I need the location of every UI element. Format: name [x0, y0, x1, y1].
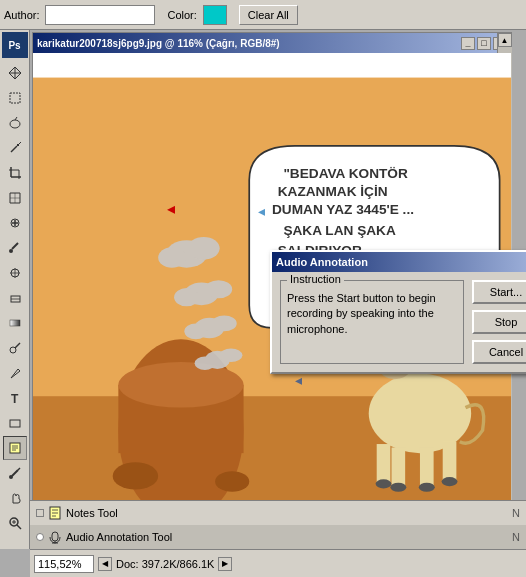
tool-radio-notes[interactable]	[36, 509, 44, 517]
clear-all-button[interactable]: Clear All	[239, 5, 298, 25]
svg-text:KAZANMAK İÇİN: KAZANMAK İÇİN	[278, 184, 388, 199]
author-input[interactable]	[45, 5, 155, 25]
zoom-input[interactable]	[34, 555, 94, 573]
lasso-tool[interactable]	[3, 111, 27, 135]
main-area: Ps	[0, 30, 526, 549]
author-label: Author:	[4, 9, 39, 21]
image-title: karikatur200718sj6pg9.jpg @ 116% (Çağrı,…	[37, 38, 280, 49]
svg-point-57	[220, 348, 243, 362]
image-titlebar: karikatur200718sj6pg9.jpg @ 116% (Çağrı,…	[33, 33, 511, 53]
svg-rect-71	[392, 447, 406, 487]
audio-dialog-titlebar: Audio Annotation ×	[272, 252, 526, 272]
audio-dialog-title: Audio Annotation	[276, 256, 368, 268]
svg-point-59	[369, 373, 471, 453]
svg-rect-74	[377, 444, 391, 484]
svg-text:DUMAN YAZ 3445'E ...: DUMAN YAZ 3445'E ...	[272, 202, 414, 217]
shape-tool[interactable]	[3, 411, 27, 435]
minimize-button[interactable]: _	[461, 37, 475, 50]
photoshop-logo: Ps	[2, 32, 28, 58]
canvas-area: karikatur200718sj6pg9.jpg @ 116% (Çağrı,…	[30, 30, 526, 549]
svg-point-76	[419, 483, 435, 492]
zoom-tool[interactable]	[3, 511, 27, 535]
audio-icon	[48, 530, 62, 544]
notes-tool-label: Notes Tool	[66, 507, 508, 519]
cancel-button[interactable]: Cancel	[472, 340, 526, 364]
notes-tool-item[interactable]: Notes Tool N	[30, 501, 526, 525]
svg-text:T: T	[11, 392, 19, 405]
scroll-up[interactable]: ▲	[498, 33, 512, 47]
svg-point-44	[118, 362, 243, 408]
svg-point-34	[9, 475, 13, 479]
crop-tool[interactable]	[3, 161, 27, 185]
svg-rect-72	[420, 447, 434, 487]
color-label: Color:	[167, 9, 196, 21]
instruction-text: Press the Start button to begin recordin…	[287, 291, 457, 337]
marquee-tool[interactable]	[3, 86, 27, 110]
audio-buttons: Start... Stop Cancel	[472, 280, 526, 364]
svg-line-35	[18, 468, 20, 470]
notes-icon	[48, 506, 62, 520]
audio-tool-item[interactable]: Audio Annotation Tool N	[30, 525, 526, 549]
brush-tool[interactable]	[3, 236, 27, 260]
left-toolbar: Ps	[0, 30, 30, 549]
svg-line-3	[11, 146, 17, 152]
instruction-group: Instruction Press the Start button to be…	[280, 280, 464, 364]
svg-text:◂: ◂	[167, 200, 175, 217]
slice-tool[interactable]	[3, 186, 27, 210]
stop-button[interactable]: Stop	[472, 310, 526, 334]
audio-tool-label: Audio Annotation Tool	[66, 531, 508, 543]
svg-point-55	[184, 323, 207, 339]
audio-dialog-body: Instruction Press the Start button to be…	[272, 272, 526, 372]
nav-right[interactable]: ▶	[218, 557, 232, 571]
svg-rect-0	[10, 93, 20, 103]
notes-tool[interactable]	[3, 436, 27, 460]
clone-tool[interactable]	[3, 261, 27, 285]
svg-point-45	[113, 462, 159, 489]
svg-text:◂: ◂	[258, 204, 265, 219]
svg-line-25	[15, 343, 20, 348]
svg-line-2	[15, 117, 17, 120]
tool-popup: Notes Tool N Audio Annotation Tool N	[30, 500, 526, 549]
instruction-legend: Instruction	[287, 273, 344, 285]
color-swatch[interactable]	[203, 5, 227, 25]
top-toolbar: Author: Color: Clear All	[0, 0, 526, 30]
svg-rect-23	[10, 320, 20, 326]
svg-line-33	[12, 470, 18, 476]
dodge-tool[interactable]	[3, 336, 27, 360]
notes-tool-shortcut: N	[512, 507, 520, 519]
svg-line-26	[18, 369, 20, 371]
nav-left[interactable]: ◀	[98, 557, 112, 571]
svg-line-37	[17, 525, 21, 529]
svg-rect-28	[10, 420, 20, 427]
svg-point-52	[174, 288, 199, 306]
eyedropper-tool[interactable]	[3, 461, 27, 485]
svg-text:"BEDAVA KONTÖR: "BEDAVA KONTÖR	[283, 166, 408, 181]
audio-annotation-dialog: Audio Annotation × Instruction Press the…	[270, 250, 526, 374]
heal-tool[interactable]	[3, 211, 27, 235]
svg-point-48	[188, 237, 220, 260]
svg-point-54	[212, 315, 237, 331]
svg-line-16	[12, 243, 18, 249]
magic-wand-tool[interactable]	[3, 136, 27, 160]
svg-rect-73	[443, 442, 457, 482]
status-bar: ◀ Doc: 397.2K/866.1K ▶ Notes Tool N Audi…	[30, 549, 526, 577]
svg-point-49	[158, 247, 185, 267]
svg-text:◂: ◂	[295, 373, 302, 388]
svg-point-78	[376, 479, 392, 488]
doc-info: Doc: 397.2K/866.1K	[116, 558, 214, 570]
svg-point-17	[9, 249, 13, 253]
maximize-button[interactable]: □	[477, 37, 491, 50]
type-tool[interactable]: T	[3, 386, 27, 410]
gradient-tool[interactable]	[3, 311, 27, 335]
svg-point-1	[10, 120, 20, 128]
svg-point-51	[205, 280, 232, 298]
audio-tool-shortcut: N	[512, 531, 520, 543]
move-tool[interactable]	[3, 61, 27, 85]
pen-tool[interactable]	[3, 361, 27, 385]
svg-point-75	[390, 483, 406, 492]
hand-tool[interactable]	[3, 486, 27, 510]
eraser-tool[interactable]	[3, 286, 27, 310]
tool-radio-audio[interactable]	[36, 533, 44, 541]
svg-point-77	[442, 477, 458, 486]
start-button[interactable]: Start...	[472, 280, 526, 304]
